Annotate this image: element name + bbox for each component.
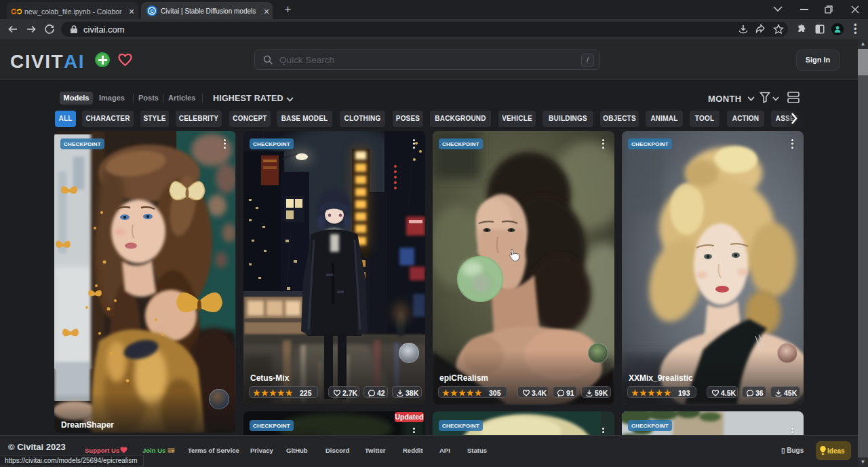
svg-text:C: C — [150, 9, 153, 14]
